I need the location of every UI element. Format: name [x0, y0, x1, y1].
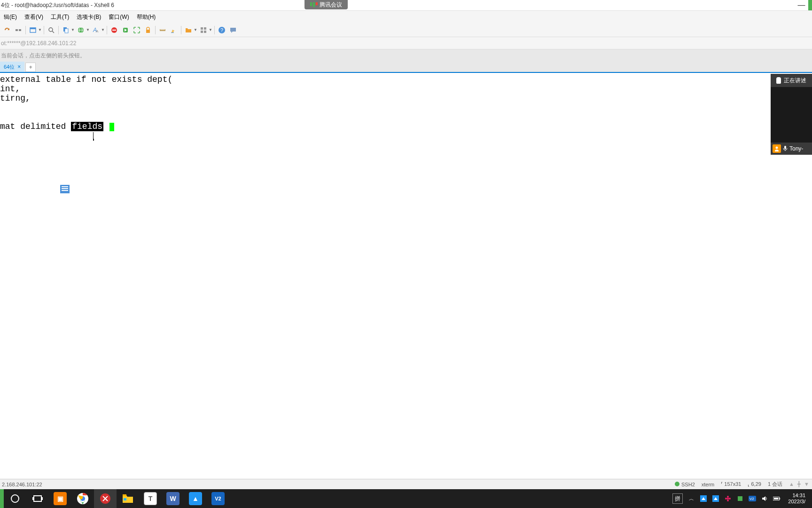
stop-icon[interactable]	[109, 25, 119, 35]
svg-rect-26	[201, 31, 203, 33]
battery-icon[interactable]	[773, 495, 781, 502]
tray-app-icon[interactable]	[700, 495, 707, 502]
chat-icon[interactable]	[228, 25, 238, 35]
taskbar-app-chrome[interactable]	[71, 489, 94, 508]
start-edge-icon	[0, 489, 4, 508]
svg-rect-36	[124, 498, 126, 500]
taskbar-app-xshell[interactable]	[94, 489, 117, 508]
svg-rect-1	[19, 29, 21, 31]
svg-rect-48	[780, 498, 781, 500]
menu-bar: 辑(E) 查看(V) 工具(T) 选项卡(B) 窗口(W) 帮助(H)	[0, 11, 812, 23]
menu-tabs[interactable]: 选项卡(B)	[74, 11, 104, 23]
toolbar: ▼ ▼ ▼ AA▼ ▼ ▼ ?	[0, 23, 812, 37]
folder-dropdown[interactable]: ▼	[183, 25, 197, 35]
svg-point-4	[49, 28, 53, 32]
svg-point-43	[729, 498, 731, 500]
meeting-participant[interactable]: Tony-	[771, 143, 812, 155]
windows-taskbar: ▣ T W ▲ V2 拼 ︿ V2 14:31 2022/3/	[0, 489, 812, 508]
wps-icon: W	[166, 492, 180, 505]
tray-chevron-up-icon[interactable]: ︿	[687, 495, 695, 502]
tray-vnc-icon[interactable]: V2	[749, 495, 756, 502]
menu-tools[interactable]: 工具(T)	[48, 11, 72, 23]
avatar-icon	[773, 144, 781, 153]
menu-help[interactable]: 帮助(H)	[134, 11, 159, 23]
status-connection: 2.168.246.101:22	[2, 482, 675, 487]
svg-text:?: ?	[220, 27, 223, 33]
tray-puzzle-icon[interactable]	[736, 495, 744, 502]
clock-date: 2022/3/	[788, 499, 805, 505]
separator	[181, 26, 181, 34]
svg-rect-25	[204, 27, 206, 30]
ruler-icon[interactable]	[157, 25, 168, 35]
terminal-line: int,	[0, 84, 812, 94]
run-icon[interactable]	[120, 25, 131, 35]
clock[interactable]: 14:31 2022/3/	[785, 492, 808, 505]
svg-rect-16	[146, 30, 150, 33]
taskbar-app-tencent-meeting[interactable]: ▲	[184, 489, 207, 508]
search-icon[interactable]	[46, 25, 56, 35]
cursor-icon	[109, 123, 114, 131]
signal-icon	[310, 2, 318, 7]
task-view-icon	[33, 495, 42, 502]
separator	[25, 26, 26, 34]
status-nav-icon[interactable]: ▲ ╋ ▼	[789, 481, 810, 487]
chrome-icon	[77, 492, 89, 505]
taskbar-app-vnc[interactable]: V2	[207, 489, 229, 508]
text-icon: T	[144, 492, 157, 505]
menu-view[interactable]: 查看(V)	[22, 11, 46, 23]
address-text: ot:******@192.168.246.101:22	[1, 40, 76, 47]
hint-bar: 当前会话，点击左侧的箭头按钮。	[0, 49, 812, 62]
address-bar[interactable]: ot:******@192.168.246.101:22	[0, 37, 812, 49]
window-title: 4位 - root@hadoop2:/usr/soft/datas - Xshe…	[0, 1, 114, 9]
separator	[58, 26, 59, 34]
fullscreen-icon[interactable]	[132, 25, 142, 35]
grid-dropdown[interactable]: ▼	[198, 25, 212, 35]
separator	[155, 26, 156, 34]
svg-point-41	[727, 500, 729, 501]
cortana-button[interactable]	[4, 489, 26, 508]
status-size: ⸢ 157x31	[721, 481, 741, 487]
taskbar-app-wps[interactable]: W	[162, 489, 184, 508]
font-dropdown[interactable]: AA▼	[91, 25, 105, 35]
reconnect-icon[interactable]	[2, 25, 12, 35]
taskbar-app-vmware[interactable]: ▣	[49, 489, 71, 508]
taskbar-app-notepad[interactable]: T	[139, 489, 162, 508]
disconnect-icon[interactable]	[13, 25, 23, 35]
tencent-meeting-badge[interactable]: 腾讯会议	[304, 0, 348, 9]
svg-rect-24	[201, 27, 203, 30]
meeting-status: 正在讲述	[784, 77, 806, 85]
menu-edit[interactable]: 辑(E)	[1, 11, 20, 23]
title-bar: 4位 - root@hadoop2:/usr/soft/datas - Xshe…	[0, 0, 812, 11]
meeting-panel[interactable]: 正在讲述 Tony-	[771, 74, 812, 155]
clock-time: 14:31	[788, 492, 805, 499]
close-icon[interactable]: ×	[17, 64, 21, 70]
tray-flower-icon[interactable]	[724, 495, 732, 502]
mic-icon	[776, 77, 781, 84]
text-cursor-icon	[93, 132, 94, 141]
svg-rect-7	[65, 29, 68, 33]
hint-text: 当前会话，点击左侧的箭头按钮。	[1, 52, 86, 60]
svg-point-40	[727, 496, 729, 498]
highlight-icon[interactable]	[169, 25, 179, 35]
session-tab[interactable]: 64位 ×	[0, 62, 24, 72]
tray-app-icon[interactable]	[712, 495, 719, 502]
svg-rect-14	[112, 30, 116, 31]
add-tab-button[interactable]: +	[25, 63, 36, 72]
terminal-line: mat delimited fields	[0, 122, 812, 131]
taskbar-app-explorer[interactable]	[117, 489, 139, 508]
separator	[107, 26, 107, 34]
session-dropdown[interactable]: ▼	[28, 25, 42, 35]
lock-icon[interactable]	[143, 25, 153, 35]
terminal-area[interactable]: external table if not exists dept( int, …	[0, 74, 812, 496]
task-view-button[interactable]	[26, 489, 49, 508]
copy-dropdown[interactable]: ▼	[61, 25, 75, 35]
volume-icon[interactable]	[761, 495, 768, 502]
terminal-line: external table if not exists dept(	[0, 75, 812, 84]
separator	[44, 26, 44, 34]
menu-window[interactable]: 窗口(W)	[106, 11, 132, 23]
help-icon[interactable]: ?	[217, 25, 227, 35]
ime-indicator[interactable]: 拼	[672, 493, 683, 504]
svg-rect-49	[774, 498, 779, 500]
globe-dropdown[interactable]: ▼	[76, 25, 90, 35]
status-cursor-pos: ⸤ 6,29	[748, 481, 761, 487]
